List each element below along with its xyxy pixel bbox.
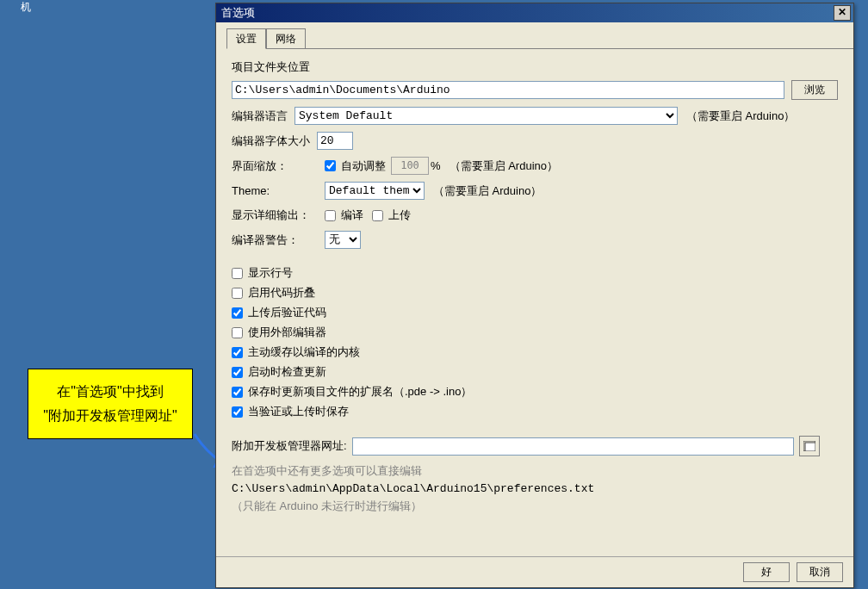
update-extension-label: 保存时更新项目文件的扩展名（.pde -> .ino） xyxy=(248,384,472,400)
prefs-path: C:\Users\admin\AppData\Local\Arduino15\p… xyxy=(232,482,838,495)
theme-hint: （需要重启 Arduino） xyxy=(433,183,542,200)
annotation-callout: 在"首选项"中找到 "附加开发板管理网址" xyxy=(28,369,193,439)
save-on-verify-label: 当验证或上传时保存 xyxy=(248,404,349,419)
browse-button[interactable]: 浏览 xyxy=(791,80,838,100)
annotation-line1: 在"首选项"中找到 xyxy=(57,380,163,404)
ui-scale-auto-label: 自动调整 xyxy=(341,158,386,175)
ui-scale-spinner: 100 xyxy=(391,157,429,175)
cancel-button[interactable]: 取消 xyxy=(797,562,843,582)
tab-network[interactable]: 网络 xyxy=(266,28,306,48)
external-editor-checkbox[interactable] xyxy=(232,327,243,338)
font-size-label: 编辑器字体大小 xyxy=(232,133,310,150)
tab-strip: 设置 网络 xyxy=(226,29,853,49)
verbose-label: 显示详细输出： xyxy=(232,207,318,224)
code-folding-label: 启用代码折叠 xyxy=(248,285,315,301)
verify-after-upload-checkbox[interactable] xyxy=(232,307,243,319)
boards-url-label: 附加开发板管理器网址: xyxy=(232,437,347,455)
verbose-compile-label: 编译 xyxy=(341,207,363,224)
ui-scale-label: 界面缩放： xyxy=(232,158,318,175)
verbose-upload-label: 上传 xyxy=(388,207,411,224)
project-folder-label: 项目文件夹位置 xyxy=(232,59,831,75)
ok-button[interactable]: 好 xyxy=(743,562,790,582)
theme-select[interactable]: Default theme xyxy=(325,182,425,200)
editor-language-label: 编辑器语言 xyxy=(232,108,288,125)
annotation-line2: "附加开发板管理网址" xyxy=(43,404,177,428)
code-folding-checkbox[interactable] xyxy=(232,288,243,299)
check-updates-checkbox[interactable] xyxy=(232,367,243,378)
more-prefs-hint: 在首选项中还有更多选项可以直接编辑 xyxy=(232,463,838,479)
percent-sign: % xyxy=(431,158,441,175)
boards-url-input[interactable] xyxy=(352,437,794,456)
titlebar: 首选项 ✕ xyxy=(216,3,853,22)
tab-settings[interactable]: 设置 xyxy=(226,28,266,49)
warnings-select[interactable]: 无 xyxy=(325,231,361,249)
edit-only-closed-hint: （只能在 Arduino 未运行时进行编辑） xyxy=(232,499,838,514)
ui-scale-auto-checkbox[interactable] xyxy=(325,160,336,171)
verify-after-upload-label: 上传后验证代码 xyxy=(248,305,326,320)
check-updates-label: 启动时检查更新 xyxy=(248,364,326,380)
window-title: 首选项 xyxy=(221,5,255,21)
editor-language-hint: （需要重启 Arduino） xyxy=(686,108,795,125)
svg-rect-1 xyxy=(805,443,815,451)
dialog-footer: 好 取消 xyxy=(216,556,853,587)
tab-content: 项目文件夹位置 浏览 编辑器语言 System Default （需要重启 Ar… xyxy=(216,49,853,521)
show-line-numbers-label: 显示行号 xyxy=(248,265,293,281)
ui-scale-hint: （需要重启 Arduino） xyxy=(450,158,558,175)
save-on-verify-checkbox[interactable] xyxy=(232,406,243,418)
update-extension-checkbox[interactable] xyxy=(232,387,243,398)
editor-language-select[interactable]: System Default xyxy=(294,107,678,125)
warnings-label: 编译器警告： xyxy=(232,232,318,249)
close-button[interactable]: ✕ xyxy=(834,5,851,21)
theme-label: Theme: xyxy=(232,183,318,200)
open-urls-button[interactable] xyxy=(799,436,820,456)
window-icon xyxy=(803,441,815,451)
external-editor-label: 使用外部编辑器 xyxy=(248,325,326,340)
preferences-dialog: 首选项 ✕ 设置 网络 项目文件夹位置 浏览 编辑器语言 System Defa… xyxy=(215,3,854,588)
cache-cores-label: 主动缓存以编译的内核 xyxy=(248,344,360,360)
font-size-input[interactable] xyxy=(317,132,353,150)
desktop-icon-label: 机 xyxy=(9,0,43,15)
show-line-numbers-checkbox[interactable] xyxy=(232,268,243,279)
cache-cores-checkbox[interactable] xyxy=(232,347,243,358)
verbose-compile-checkbox[interactable] xyxy=(325,210,336,221)
project-folder-input[interactable] xyxy=(232,81,784,99)
verbose-upload-checkbox[interactable] xyxy=(372,210,383,221)
